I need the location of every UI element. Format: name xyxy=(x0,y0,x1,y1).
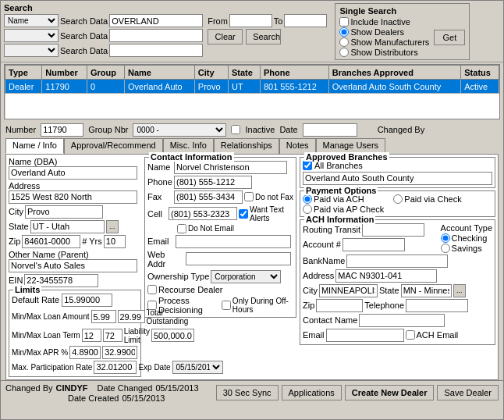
search-data-input-1[interactable] xyxy=(109,14,203,27)
address-input[interactable] xyxy=(9,190,137,204)
include-inactive-checkbox[interactable] xyxy=(339,17,349,27)
max-term-input[interactable] xyxy=(103,329,122,342)
account-type-label: Account Type xyxy=(441,223,492,233)
max-part-rate-input[interactable] xyxy=(94,361,137,374)
search-button[interactable]: Search xyxy=(246,29,281,44)
search-data-input-2[interactable] xyxy=(109,29,203,42)
ach-state-browse-button[interactable]: ... xyxy=(453,284,466,297)
save-dealer-button[interactable]: Save Dealer xyxy=(437,385,499,400)
inactive-checkbox[interactable] xyxy=(231,125,240,134)
search-data-input-3[interactable] xyxy=(109,44,203,57)
min-max-loan-label: Min/Max Loan Amount xyxy=(12,312,90,321)
contact-name-input[interactable] xyxy=(174,161,287,174)
fax-input[interactable] xyxy=(174,190,243,204)
only-during-off-hours-checkbox[interactable] xyxy=(222,301,231,310)
web-addr-input[interactable] xyxy=(186,252,291,265)
paid-via-ach-radio[interactable] xyxy=(303,194,312,204)
recourse-dealer-checkbox[interactable] xyxy=(147,285,157,294)
zip-input[interactable] xyxy=(22,235,80,248)
ach-email-checkbox[interactable] xyxy=(406,330,415,340)
ach-email-label: ACH Email xyxy=(417,330,459,340)
routing-transit-input[interactable] xyxy=(362,223,424,237)
paid-via-check-radio[interactable] xyxy=(393,194,403,204)
create-new-dealer-button[interactable]: Create New Dealer xyxy=(345,385,435,400)
date-input[interactable] xyxy=(303,123,357,137)
state-input[interactable] xyxy=(30,220,105,233)
tab-manage-users[interactable]: Manage Users xyxy=(316,138,386,154)
ach-state-input[interactable] xyxy=(401,284,452,297)
ownership-type-select[interactable]: Corporation xyxy=(211,270,281,283)
tab-relationships[interactable]: Relationships xyxy=(214,138,279,154)
table-row-empty xyxy=(5,94,499,106)
cell-input[interactable] xyxy=(169,207,237,220)
state-browse-button[interactable]: ... xyxy=(106,220,119,233)
tab-notes[interactable]: Notes xyxy=(279,138,316,154)
search-type-select-1[interactable]: Name xyxy=(4,14,59,27)
show-manufacturers-radio[interactable] xyxy=(339,37,349,47)
hash-yrs-input[interactable] xyxy=(104,235,126,248)
ach-zip-input[interactable] xyxy=(316,299,363,312)
savings-radio[interactable] xyxy=(441,244,450,253)
tab-name-info[interactable]: Name / Info xyxy=(5,138,64,154)
phone-label: Phone xyxy=(147,177,172,187)
exp-date-select[interactable]: 05/15/2015 xyxy=(172,361,223,374)
number-input[interactable] xyxy=(41,123,83,137)
col-status: Status xyxy=(461,66,499,80)
phone-input[interactable] xyxy=(174,176,252,189)
approved-branches-input[interactable] xyxy=(303,172,492,185)
bank-name-input[interactable] xyxy=(346,254,448,268)
max-apr-input[interactable] xyxy=(102,346,137,359)
process-decisioning-checkbox[interactable] xyxy=(147,301,157,310)
tab-misc-info[interactable]: Misc. Info xyxy=(163,138,214,154)
all-branches-label: All Branches xyxy=(314,161,363,170)
ach-contact-name-input[interactable] xyxy=(359,314,445,327)
checking-radio[interactable] xyxy=(441,233,450,243)
min-loan-input[interactable] xyxy=(91,310,116,323)
show-distributors-radio[interactable] xyxy=(339,48,349,57)
get-button[interactable]: Get xyxy=(434,30,465,45)
sync-button[interactable]: 30 Sec Sync xyxy=(216,385,279,400)
group-nbr-label: Group Nbr xyxy=(88,125,128,134)
ach-zip-label: Zip xyxy=(303,301,314,310)
ach-email-input[interactable] xyxy=(326,329,404,342)
paid-via-ap-check-radio[interactable] xyxy=(303,205,312,214)
search-type-select-2[interactable] xyxy=(4,29,59,42)
web-addr-label: Web Addr xyxy=(147,250,184,269)
show-dealers-radio[interactable] xyxy=(339,27,349,37)
other-name-input[interactable] xyxy=(9,259,137,272)
ach-address-input[interactable] xyxy=(335,269,437,283)
ach-city-input[interactable] xyxy=(319,284,378,297)
to-input[interactable] xyxy=(284,14,327,27)
account-num-input[interactable] xyxy=(343,238,405,251)
min-apr-input[interactable] xyxy=(69,346,101,359)
table-row[interactable]: Dealer 11790 0 Overland Auto Provo UT 80… xyxy=(5,80,499,94)
table-row-empty2 xyxy=(5,106,499,119)
from-input[interactable] xyxy=(229,14,272,27)
max-part-rate-label: Max. Participation Rate xyxy=(12,363,92,372)
email-input[interactable] xyxy=(176,235,291,248)
min-term-input[interactable] xyxy=(82,329,101,342)
paid-via-ach-label: Paid via ACH xyxy=(314,194,364,204)
want-text-checkbox[interactable] xyxy=(239,209,248,219)
changed-by-label: Changed By xyxy=(378,125,425,134)
tab-approval[interactable]: Approval/Recommend xyxy=(64,138,163,154)
date-created-value: 05/15/2013 xyxy=(122,393,165,403)
all-branches-checkbox[interactable] xyxy=(303,161,312,170)
do-not-fax-checkbox[interactable] xyxy=(244,192,254,201)
search-type-select-3[interactable] xyxy=(4,44,59,57)
city-input[interactable] xyxy=(25,205,103,219)
group-select[interactable]: 0000 - xyxy=(133,123,226,137)
default-rate-input[interactable] xyxy=(62,294,112,307)
clear-button[interactable]: Clear xyxy=(208,29,243,44)
only-during-off-hours-label: Only During Off-Hours xyxy=(232,297,293,314)
name-dba-input[interactable] xyxy=(9,166,137,180)
do-not-email-checkbox[interactable] xyxy=(177,224,186,233)
want-text-label: Want Text Alerts xyxy=(250,205,293,222)
liability-limit-input[interactable] xyxy=(151,329,194,342)
exp-date-label: Exp Date xyxy=(138,363,170,372)
ach-telephone-input[interactable] xyxy=(406,299,468,312)
date-label: Date xyxy=(279,125,297,134)
max-loan-input[interactable] xyxy=(118,310,145,323)
applications-button[interactable]: Applications xyxy=(282,385,342,400)
cell-status: Active xyxy=(461,80,499,94)
